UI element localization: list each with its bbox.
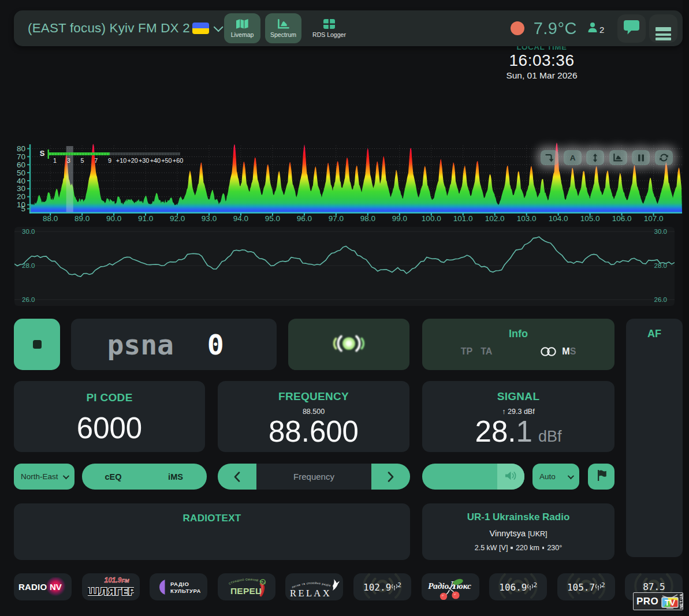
tp-flag: TP: [461, 346, 472, 357]
spectrum-flag-button[interactable]: [588, 464, 614, 490]
tuner-name-dropdown[interactable]: (EAST focus) Kyiv FM DX 2: [28, 21, 221, 36]
svg-text:РадіоЛюкс: РадіоЛюкс: [428, 579, 471, 591]
svg-text:50: 50: [17, 169, 25, 177]
spectrum-autorange-button[interactable]: A: [564, 150, 582, 165]
spectrum-vertical-zoom-button[interactable]: [586, 150, 604, 165]
svg-text:+30: +30: [139, 157, 149, 164]
antenna-select[interactable]: North-East: [14, 464, 75, 490]
tv-set-icon: TV: [660, 593, 680, 609]
signal-value: 28.1: [475, 416, 532, 448]
antenna-icon: [392, 582, 397, 593]
hamburger-icon: [656, 27, 671, 30]
svg-text:95.0: 95.0: [265, 214, 280, 223]
scrollbar-track[interactable]: [683, 0, 689, 616]
svg-text:РАДІО: РАДІО: [170, 581, 189, 587]
ms-flag: MS: [562, 346, 576, 357]
station-logo-1029[interactable]: 102.92: [353, 573, 411, 600]
info-title: Info: [422, 328, 614, 340]
letter-a-icon: A: [568, 154, 577, 162]
svg-text:60: 60: [17, 160, 25, 169]
ta-flag: TA: [481, 346, 492, 357]
frequency-up-button[interactable]: [371, 464, 410, 490]
eq-button[interactable]: cEQ: [82, 464, 144, 490]
station-logo-shlyager[interactable]: 101.9FM ШЛЯГЕР: [82, 573, 140, 600]
nav-label: RDS Logger: [312, 32, 346, 38]
station-logo-1057[interactable]: 105.72: [557, 573, 615, 600]
station-logo-radionv[interactable]: RADIO NV: [14, 573, 72, 600]
nav-label: Livemap: [231, 32, 254, 38]
af-title: AF: [626, 328, 683, 340]
station-logo-relax[interactable]: легке та спокійне радіо RELAX: [285, 573, 343, 600]
svg-text:28.0: 28.0: [654, 262, 667, 269]
svg-text:30: 30: [17, 184, 25, 193]
frequency-down-button[interactable]: [218, 464, 256, 490]
chevron-down-icon: [63, 472, 69, 479]
signal-title: SIGNAL: [422, 390, 614, 403]
frequency-input[interactable]: [256, 464, 371, 490]
protv-pro-text: PRO: [636, 596, 658, 607]
svg-text:30.0: 30.0: [654, 228, 667, 235]
previous-frequency[interactable]: 88.500: [218, 408, 409, 416]
station-logo-lux[interactable]: РадіоЛюкс: [422, 573, 479, 600]
chart-area-icon: [613, 154, 623, 162]
volume-slider[interactable]: [422, 464, 524, 490]
tuner-title: (EAST focus) Kyiv FM DX 2: [28, 21, 190, 36]
svg-text:103.0: 103.0: [517, 214, 537, 223]
stop-square-icon: [33, 340, 42, 349]
signal-graph-canvas: 30.030.028.028.026.026.0: [14, 227, 675, 306]
svg-text:80: 80: [17, 144, 25, 153]
station-logo-kultura[interactable]: РАДІО КУЛЬТУРА: [150, 573, 207, 600]
listener-count: 2: [599, 25, 604, 35]
svg-text:91.0: 91.0: [138, 214, 153, 223]
signal-graph-chart[interactable]: 30.030.028.028.026.026.0: [14, 227, 675, 306]
station-logo-perets[interactable]: СТРАШНО СМАЧНЕ РАДІО ПЕРЕЦ: [218, 573, 275, 600]
signal-card: SIGNAL ↑ 29.3 dBf 28.1 dBf: [422, 381, 614, 452]
station-name[interactable]: UR-1 Ukrainske Radio: [422, 512, 614, 523]
broadcast-signal-icon: [327, 329, 370, 360]
svg-text:92.0: 92.0: [170, 214, 185, 223]
ps-name-lit: 0: [207, 328, 224, 361]
volume-handle[interactable]: [497, 464, 524, 490]
chart-area-icon: [278, 19, 289, 29]
svg-text:90.0: 90.0: [106, 214, 121, 223]
spectrum-pause-button[interactable]: [632, 150, 650, 165]
chat-button[interactable]: [617, 14, 646, 43]
svg-text:+20: +20: [127, 157, 137, 164]
ims-button[interactable]: iMS: [144, 464, 207, 490]
spectrum-graph-style-button[interactable]: [609, 150, 627, 165]
record-button[interactable]: [14, 319, 60, 370]
nav-spectrum-button[interactable]: Spectrum: [265, 13, 301, 43]
svg-text:7: 7: [94, 157, 98, 164]
shlyager-logo: 101.9FM ШЛЯГЕР: [88, 576, 134, 599]
antenna-value: North-East: [21, 472, 58, 481]
scan-mode-value: Auto: [539, 472, 556, 481]
station-info-panel: UR-1 Ukrainske Radio Vinnytsya [UKR] 2.5…: [422, 503, 614, 560]
nav-livemap-button[interactable]: Livemap: [224, 13, 260, 43]
svg-text:ШЛЯГЕР: ШЛЯГЕР: [88, 585, 134, 598]
top-bar: (EAST focus) Kyiv FM DX 2 Livemap Spectr…: [14, 10, 683, 46]
spectrum-refresh-button[interactable]: [655, 150, 673, 165]
svg-text:26.0: 26.0: [654, 296, 667, 303]
table-grid-icon: [323, 19, 335, 29]
chevron-right-icon: [388, 472, 394, 482]
temperature-readout: 7.9°C: [534, 19, 577, 38]
svg-text:26.0: 26.0: [22, 296, 35, 303]
protv-watermark[interactable]: PRO TV NET.UA: [633, 592, 683, 610]
nav-rds-logger-button[interactable]: RDS Logger: [310, 13, 348, 43]
station-details: 2.5 kW [V]220 km230°: [422, 544, 614, 552]
menu-button[interactable]: [649, 14, 677, 43]
rf-spectrum-chart[interactable]: 5102030405060708088.089.090.091.092.093.…: [0, 139, 689, 226]
chevron-down-icon: [213, 22, 223, 32]
nav-label: Spectrum: [270, 32, 296, 38]
relax-logo: легке та спокійне радіо RELAX: [289, 576, 340, 599]
svg-text:70: 70: [17, 152, 25, 161]
scan-mode-select[interactable]: Auto: [532, 464, 579, 490]
station-logo-1069[interactable]: 106.92: [489, 573, 547, 600]
svg-text:КУЛЬТУРА: КУЛЬТУРА: [170, 588, 200, 594]
spectrum-scan-down-button[interactable]: [541, 150, 558, 165]
svg-text:93.0: 93.0: [202, 214, 217, 223]
ps-display: psna 0: [71, 319, 277, 370]
frequency-title: FREQUENCY: [218, 390, 409, 403]
svg-text:97.0: 97.0: [329, 214, 344, 223]
svg-text:S: S: [40, 149, 45, 158]
